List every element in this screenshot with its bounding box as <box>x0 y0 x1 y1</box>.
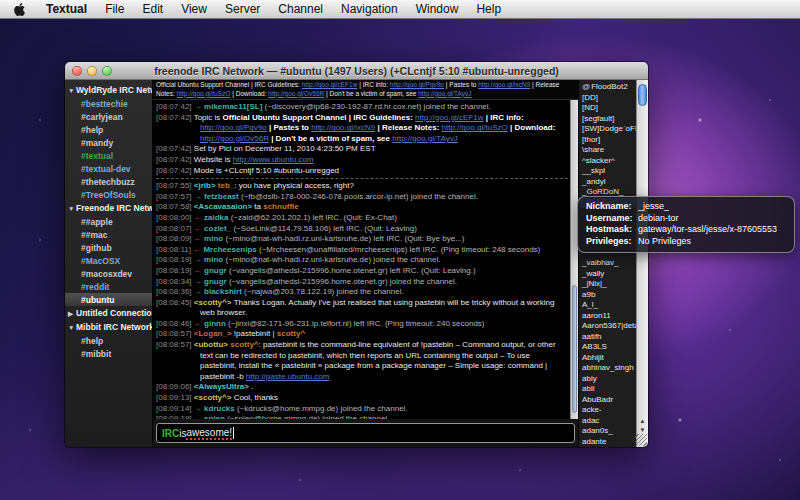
user-item[interactable]: Abhijit <box>579 353 636 364</box>
user-item[interactable]: \share <box>579 145 636 156</box>
channel-github[interactable]: #github <box>65 241 152 254</box>
link[interactable]: http://goo.gl/cEF1w <box>415 113 483 122</box>
user-item[interactable]: adante <box>579 437 636 448</box>
network-untitled-connection[interactable]: ▶Untitled Connection <box>65 306 152 320</box>
menu-view[interactable]: View <box>172 2 216 16</box>
channel-MacOSX[interactable]: #MacOSX <box>65 254 152 267</box>
link[interactable]: http://goo.gl/tuSzO <box>442 123 508 132</box>
user-item[interactable]: abhinav_singh <box>579 363 636 374</box>
channel-thetechbuzz[interactable]: #thetechbuzz <box>65 175 152 188</box>
link[interactable]: http://goo.gl/TAyvJ <box>418 90 471 97</box>
user-item[interactable]: abli <box>579 384 636 395</box>
link[interactable]: http://goo.gl/ixcN9 <box>311 123 375 132</box>
user-info-tooltip: Nickname:_jesse_Username:debian-torHostm… <box>577 196 795 253</box>
link[interactable]: http://goo.gl/Ov56R <box>268 90 324 97</box>
user-item[interactable]: adac <box>579 416 636 427</box>
channel-textual[interactable]: #textual <box>65 149 152 162</box>
apple-menu[interactable] <box>0 2 37 17</box>
channel-mibbit[interactable]: #mibbit <box>65 347 152 360</box>
disclosure-closed-icon[interactable]: ▶ <box>68 310 76 318</box>
network-wyldryde-irc-network[interactable]: ▼WyldRyde IRC Network <box>65 83 152 97</box>
user-item[interactable]: AbuBadr <box>579 395 636 406</box>
user-item[interactable]: @FloodBot2 <box>579 82 636 93</box>
user-item[interactable]: aatifh <box>579 332 636 343</box>
user-item[interactable]: acke- <box>579 405 636 416</box>
user-item[interactable]: AB3LS <box>579 342 636 353</box>
message-input[interactable]: IRC is awesome! <box>156 423 575 443</box>
resize-grip-icon[interactable] <box>635 434 647 446</box>
timestamp: [08:09:14] <box>156 404 194 413</box>
user-item[interactable]: _vaibhav_ <box>579 258 636 269</box>
channel-reddit[interactable]: #reddit <box>65 280 152 293</box>
channel-mandy[interactable]: #mandy <box>65 136 152 149</box>
user-item[interactable]: abiy <box>579 374 636 385</box>
channel-mac[interactable]: ##mac <box>65 228 152 241</box>
text-segment: <scotty^> <box>194 393 234 402</box>
user-item[interactable]: _wally <box>579 269 636 280</box>
link[interactable]: http://goo.gl/Ov56R <box>200 134 269 143</box>
close-button[interactable] <box>72 66 82 76</box>
channel-ubuntu[interactable]: #ubuntu <box>65 293 152 306</box>
scroll-up-icon[interactable]: ▲ <box>640 418 646 424</box>
user-item[interactable]: A_l_ <box>579 300 636 311</box>
user-item[interactable]: ^slacker^ <box>579 156 636 167</box>
user-item[interactable]: a9b <box>579 290 636 301</box>
channel-help[interactable]: #help <box>65 123 152 136</box>
text-segment: (~najwa@203.78.122.19) joined the channe… <box>244 287 404 296</box>
user-item[interactable]: [thor] <box>579 135 636 146</box>
link[interactable]: http://goo.gl/TAyvJ <box>392 134 458 143</box>
user-item[interactable]: __skpl <box>579 166 636 177</box>
user-item[interactable]: _andyl <box>579 177 636 188</box>
menu-navigation[interactable]: Navigation <box>332 2 407 16</box>
minimize-button[interactable] <box>87 66 97 76</box>
disclosure-open-icon[interactable]: ▼ <box>68 324 76 331</box>
user-item[interactable]: _|Nix|_ <box>579 279 636 290</box>
user-item[interactable]: Aaron5367|detach <box>579 321 636 332</box>
channel-textual-dev[interactable]: #textual-dev <box>65 162 152 175</box>
network-freenode-irc-network[interactable]: ▼Freenode IRC Network <box>65 201 152 215</box>
chat-scrollbar[interactable] <box>570 100 578 419</box>
scroll-down-icon[interactable]: ▼ <box>640 427 646 433</box>
link[interactable]: http://goo.gl/cEF1w <box>302 81 358 88</box>
user-item[interactable]: [SW]Dodge`oFF <box>579 124 636 135</box>
link[interactable]: http://goo.gl/ixcN9 <box>478 81 530 88</box>
menu-edit[interactable]: Edit <box>133 2 172 16</box>
menu-server[interactable]: Server <box>216 2 269 16</box>
timestamp: [08:08:19] <box>156 255 194 264</box>
link[interactable]: http://goo.gl/tuSzO <box>177 90 231 97</box>
menu-help[interactable]: Help <box>467 2 510 16</box>
user-item[interactable]: [DD] <box>579 93 636 104</box>
user-item[interactable]: adan0s_ <box>579 426 636 437</box>
zoom-button[interactable] <box>102 66 112 76</box>
channel-macosxdev[interactable]: #macosxdev <box>65 267 152 280</box>
text-segment: : you have physical access, right? <box>234 181 354 190</box>
disclosure-open-icon[interactable]: ▼ <box>68 205 76 212</box>
channel-besttechie[interactable]: #besttechie <box>65 97 152 110</box>
link[interactable]: http://paste.ubuntu.com <box>246 372 330 381</box>
text-segment: → <box>194 102 204 111</box>
chat-scroll-thumb[interactable] <box>572 285 577 413</box>
user-item[interactable]: aaron11 <box>579 311 636 322</box>
link[interactable]: http://goo.gl/Pgv9o <box>200 123 267 132</box>
tooltip-row: Hostmask:gateway/tor-sasl/jesse/x-876055… <box>586 224 786 236</box>
menu-file[interactable]: File <box>96 2 133 16</box>
link[interactable]: http://www.ubuntu.com <box>233 155 314 164</box>
channel-apple[interactable]: ##apple <box>65 215 152 228</box>
channel-TreeOfSouls[interactable]: #TreeOfSouls <box>65 188 152 201</box>
menu-textual[interactable]: Textual <box>37 2 96 16</box>
channel-help[interactable]: #help <box>65 334 152 347</box>
userlist-scroll-thumb[interactable] <box>638 84 647 106</box>
text-segment: Set by Pici on December 11, 2010 4:23:50… <box>194 144 376 153</box>
text-segment: | IRC info: <box>484 113 524 122</box>
disclosure-open-icon[interactable]: ▼ <box>68 87 76 94</box>
menu-channel[interactable]: Channel <box>269 2 332 16</box>
menu-window[interactable]: Window <box>407 2 468 16</box>
title-bar[interactable]: freenode IRC Network — #ubuntu (1497 Use… <box>65 62 648 80</box>
network-mibbit-irc-network[interactable]: ▼Mibbit IRC Network <box>65 320 152 334</box>
user-item[interactable]: [segfault] <box>579 114 636 125</box>
user-item[interactable]: [ND] <box>579 103 636 114</box>
channel-carlyjean[interactable]: #carlyjean <box>65 110 152 123</box>
userlist-scrollbar[interactable]: ▲ ▼ <box>636 80 648 447</box>
link[interactable]: http://goo.gl/Pgv9o <box>390 81 444 88</box>
text-segment: → <box>194 404 204 413</box>
